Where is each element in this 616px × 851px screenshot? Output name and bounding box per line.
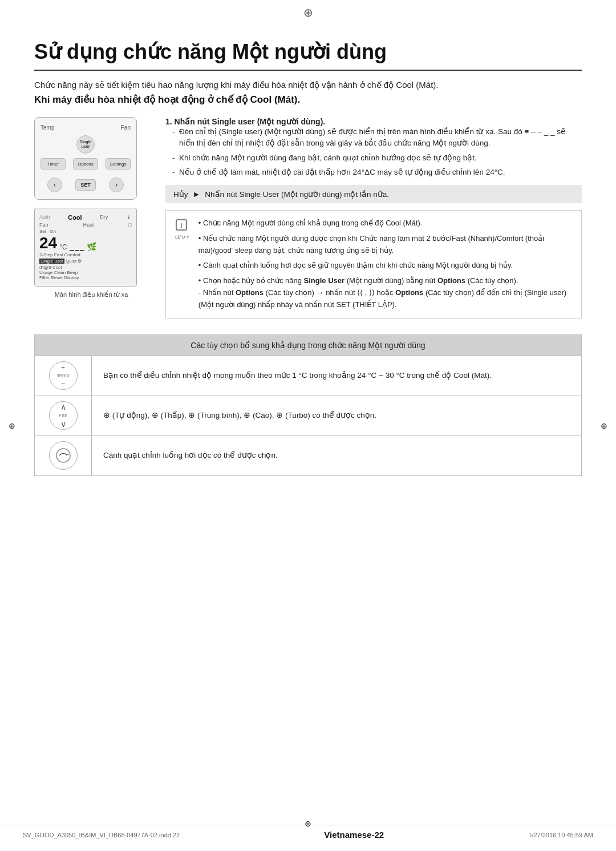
fan-text-content: ⊕ (Tự động), ⊕ (Thấp), ⊕ (Trung bình), ⊕… bbox=[103, 409, 376, 422]
page-wrapper: ⊕ Sử dụng chức năng Một người dùng Chức … bbox=[0, 0, 616, 851]
fan-label: Fan bbox=[121, 124, 131, 131]
remote-bottom-row: ‹ SET › bbox=[40, 178, 131, 192]
lcd-auto: Auto bbox=[39, 214, 50, 221]
right-arrow-button[interactable]: › bbox=[109, 178, 124, 192]
lcd-mode-row: Auto Cool Dry 🌡 bbox=[39, 214, 132, 221]
fan-icon-cell: ∧ Fan ∨ bbox=[35, 396, 92, 435]
lcd-display: Auto Cool Dry 🌡 Fan Heat □ Set On bbox=[34, 208, 137, 287]
cancel-label: Hủy bbox=[173, 189, 188, 199]
lcd-line-2 bbox=[75, 250, 79, 251]
svg-point-2 bbox=[56, 449, 70, 462]
lcd-dlight-row: d'light Cool bbox=[39, 265, 132, 270]
remote-mid-row: Timer Options Settings bbox=[40, 158, 131, 170]
note-3: • Cánh quạt chỉnh luồng hơi dọc sẽ giữ n… bbox=[198, 260, 572, 272]
footer-center: Vietnamese-22 bbox=[324, 830, 384, 840]
page-title: Sử dụng chức năng Một người dùng bbox=[34, 40, 582, 71]
footer-left: SV_GOOD_A3050_IB&IM_VI_DB68-04977A-02.in… bbox=[23, 832, 180, 838]
step-1: 1. Nhấn nút Single user (Một người dùng)… bbox=[165, 117, 582, 178]
compass-bottom-icon: ⊕ bbox=[305, 819, 311, 828]
note-icon: i LƯU Ý bbox=[175, 217, 189, 240]
cancel-arrow: ► bbox=[193, 189, 201, 199]
lcd-single-user: Single user bbox=[39, 259, 64, 264]
lcd-set-row: Set On bbox=[39, 229, 132, 234]
lcd-leaf-icon: 🌿 bbox=[87, 242, 96, 251]
lcd-line-1 bbox=[70, 250, 74, 251]
remote-caption: Màn hình điều khiển từ xa bbox=[34, 291, 148, 299]
airflow-icon-cell bbox=[35, 436, 92, 475]
lcd-step-row: 2-Step Fast Comfort bbox=[39, 252, 132, 257]
airflow-icon bbox=[49, 441, 78, 470]
options-button[interactable]: Options bbox=[73, 158, 98, 170]
cancel-box: Hủy ► Nhấn nút Single User (Một người dù… bbox=[165, 185, 582, 203]
remote-row-1: Temp Fan bbox=[40, 124, 131, 131]
note-1: • Chức năng Một người dùng chỉ khả dụng … bbox=[198, 217, 572, 229]
set-button[interactable]: SET bbox=[75, 179, 96, 191]
lcd-quiet: Quiet bbox=[66, 259, 76, 264]
timer-button[interactable]: Timer bbox=[40, 158, 66, 170]
lcd-filter-row: Filter Reset Display bbox=[39, 275, 132, 280]
lcd-fan-heat-row: Fan Heat □ bbox=[39, 222, 132, 228]
temp-icon-cell: + Temp − bbox=[35, 356, 92, 396]
lcd-lines bbox=[70, 250, 84, 251]
lcd-single-user-row: Single user Quiet ⚙ bbox=[39, 259, 132, 264]
note-4: • Chọn hoặc hủy bỏ chức năng Single User… bbox=[198, 275, 572, 310]
cancel-text: Nhấn nút Single User (Một người dùng) mộ… bbox=[205, 189, 389, 199]
bullet-3: Nếu ở chế độ làm mát, nhiệt độ cài đặt t… bbox=[172, 167, 582, 178]
compass-right-icon: ⊕ bbox=[601, 421, 607, 430]
note-content: • Chức năng Một người dùng chỉ khả dụng … bbox=[198, 217, 572, 311]
settings-button[interactable]: Settings bbox=[106, 158, 131, 170]
options-row-fan: ∧ Fan ∨ ⊕ (Tự động), ⊕ (Thấp), ⊕ (Trung … bbox=[35, 396, 581, 435]
left-arrow-button[interactable]: ‹ bbox=[47, 178, 62, 192]
airflow-text: Cánh quạt chỉnh luồng hơi dọc có thể đượ… bbox=[92, 436, 581, 475]
temp-label: Temp bbox=[40, 124, 54, 131]
bullet-2: Khi chức năng Một người dùng đang bật, c… bbox=[172, 152, 582, 164]
lcd-temperature: 24 bbox=[39, 235, 57, 251]
lcd-dry: Dry bbox=[100, 214, 108, 221]
fan-icon: ∧ Fan ∨ bbox=[49, 401, 78, 430]
note-box: i LƯU Ý • Chức năng Một người dùng chỉ k… bbox=[165, 210, 582, 318]
lcd-usage-row: Usage Clean Beep bbox=[39, 270, 132, 275]
lcd-on-label: On bbox=[50, 229, 56, 234]
subtitle2: Khi máy điều hòa nhiệt độ hoạt động ở ch… bbox=[34, 94, 582, 106]
left-column: Temp Fan Single user Timer Options bbox=[34, 117, 148, 318]
lcd-cool: Cool bbox=[68, 214, 82, 221]
step-list: 1. Nhấn nút Single user (Một người dùng)… bbox=[165, 117, 582, 178]
temp-text: Bạn có thể điều chỉnh nhiệt độ mong muốn… bbox=[92, 356, 581, 396]
compass-top-icon: ⊕ bbox=[303, 6, 313, 19]
step-1-label: 1. Nhấn nút Single user (Một người dùng)… bbox=[165, 117, 325, 126]
compass-left-icon: ⊕ bbox=[9, 421, 15, 430]
footer-right: 1/27/2016 10:45:59 AM bbox=[528, 832, 593, 838]
lcd-set-label: Set bbox=[39, 229, 46, 234]
options-row-airflow: Cánh quạt chỉnh luồng hơi dọc có thể đượ… bbox=[35, 435, 581, 475]
lcd-line-3 bbox=[80, 250, 84, 251]
svg-text:i: i bbox=[180, 221, 183, 229]
remote-row-single: Single user bbox=[40, 135, 131, 154]
right-column: 1. Nhấn nút Single user (Một người dùng)… bbox=[165, 117, 582, 318]
lcd-temp-row: 24 °C 🌿 bbox=[39, 235, 132, 251]
main-content: Temp Fan Single user Timer Options bbox=[34, 117, 582, 318]
options-header: Các tùy chọn bổ sung khả dụng trong chức… bbox=[35, 335, 581, 356]
note-2: • Nếu chức năng Một người dùng được chọn… bbox=[198, 233, 572, 257]
subtitle: Chức năng này sẽ tiết kiệm tiêu hao năng… bbox=[34, 80, 582, 90]
bullet-list: Đèn chỉ thị (Single user) (Một người dùn… bbox=[165, 126, 582, 178]
options-row-temp: + Temp − Bạn có thể điều chỉnh nhiệt độ … bbox=[35, 356, 581, 396]
lcd-fan: Fan bbox=[39, 222, 48, 228]
bullet-1: Đèn chỉ thị (Single user) (Một người dùn… bbox=[172, 126, 582, 150]
single-user-button[interactable]: Single user bbox=[76, 135, 95, 154]
options-table: Các tùy chọn bổ sung khả dụng trong chức… bbox=[34, 334, 582, 476]
lcd-heat: Heat bbox=[83, 222, 94, 228]
temp-icon: + Temp − bbox=[49, 361, 78, 390]
lcd-temp-unit: °C bbox=[59, 243, 67, 251]
remote-control-top: Temp Fan Single user Timer Options bbox=[34, 117, 137, 200]
fan-text: ⊕ (Tự động), ⊕ (Thấp), ⊕ (Trung bình), ⊕… bbox=[92, 396, 581, 435]
